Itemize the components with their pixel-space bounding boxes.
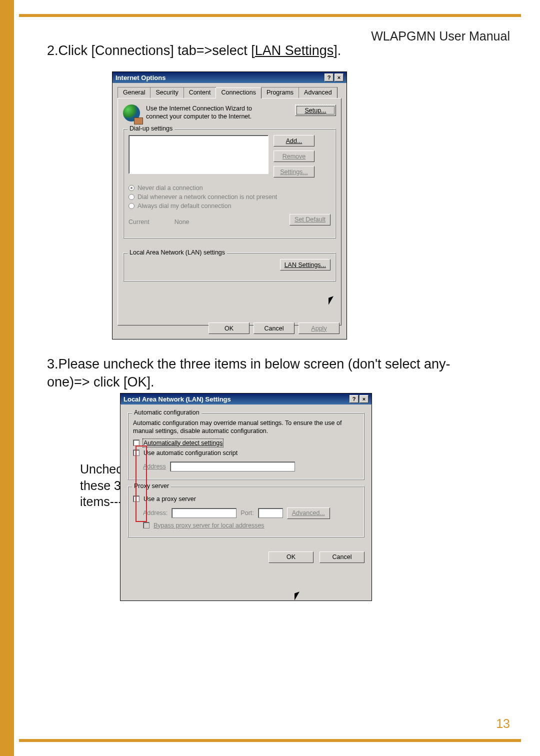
tab-body: Use the Internet Connection Wizard to co… <box>118 98 342 326</box>
dialup-legend: Dial-up settings <box>128 125 174 132</box>
checkbox-auto-script[interactable]: Use automatic configuration script <box>133 450 359 456</box>
dialog-title: Local Area Network (LAN) Settings <box>124 396 231 403</box>
help-icon[interactable]: ? <box>324 74 334 82</box>
radio-never-dial: Never dial a connection <box>128 184 330 192</box>
proxy-port-input <box>258 508 283 518</box>
step-number: 3. <box>47 356 58 372</box>
help-icon[interactable]: ? <box>350 395 358 403</box>
titlebar: Local Area Network (LAN) Settings ? × <box>120 394 372 404</box>
auto-config-desc: Automatic configuration may override man… <box>133 419 359 436</box>
close-icon[interactable]: × <box>334 74 344 82</box>
advanced-button: Advanced... <box>287 508 330 519</box>
current-value: None <box>174 218 190 226</box>
checkbox-use-proxy[interactable]: Use a proxy server <box>133 496 359 502</box>
script-address-input <box>170 462 295 472</box>
ok-button[interactable]: OK <box>208 322 250 334</box>
lan-settings-button[interactable]: LAN Settings... <box>280 259 330 270</box>
tab-strip: General Security Content Connections Pro… <box>118 87 342 98</box>
wizard-text-2: connect your computer to the Internet. <box>146 112 289 120</box>
titlebar: Internet Options ? × <box>112 72 346 83</box>
cursor-icon <box>294 592 302 602</box>
add-button[interactable]: Add... <box>274 135 314 146</box>
red-highlight-box <box>136 446 147 522</box>
page-header: WLAPGMN User Manual <box>371 29 510 44</box>
tab-security[interactable]: Security <box>150 87 184 98</box>
current-label: Current <box>128 218 150 226</box>
lan-legend: Local Area Network (LAN) settings <box>128 249 227 256</box>
tab-advanced[interactable]: Advanced <box>298 87 338 98</box>
settings-button: Settings... <box>274 166 314 178</box>
wizard-text-1: Use the Internet Connection Wizard to <box>146 104 289 112</box>
proxy-address-input <box>172 508 236 518</box>
page-number: 13 <box>496 716 510 731</box>
checkbox-bypass-local: Bypass proxy server for local addresses <box>143 522 359 529</box>
internet-options-dialog: Internet Options ? × General Security Co… <box>112 72 347 340</box>
proxy-port-label: Port: <box>240 510 254 516</box>
dialog-title: Internet Options <box>116 74 166 82</box>
page-top-bar <box>19 14 521 17</box>
ok-button[interactable]: OK <box>268 552 314 563</box>
remove-button: Remove <box>274 150 314 162</box>
page-bottom-bar <box>19 739 521 742</box>
tab-connections[interactable]: Connections <box>216 88 262 98</box>
page-left-bar <box>0 0 14 756</box>
globe-icon <box>123 104 140 122</box>
tab-general[interactable]: General <box>118 87 150 98</box>
instruction-step-2: 2.Click [Connections] tab=>select [LAN S… <box>47 43 341 58</box>
auto-config-legend: Automatic configuration <box>132 409 202 416</box>
setup-button[interactable]: Setup... <box>295 104 336 116</box>
set-default-button: Set Default <box>290 214 330 226</box>
lan-settings-dialog: Local Area Network (LAN) Settings ? × Au… <box>120 393 372 601</box>
tab-programs[interactable]: Programs <box>261 87 299 98</box>
cancel-button[interactable]: Cancel <box>254 322 294 334</box>
checkbox-auto-detect[interactable]: Automatically detect settings <box>133 440 359 446</box>
apply-button: Apply <box>298 322 340 334</box>
step-number: 2. <box>47 43 58 58</box>
close-icon[interactable]: × <box>360 395 368 403</box>
tab-content[interactable]: Content <box>184 87 216 98</box>
radio-dial-when-no-net: Dial whenever a network connection is no… <box>128 194 330 200</box>
cancel-button[interactable]: Cancel <box>320 552 364 563</box>
radio-always-dial: Always dial my default connection <box>128 202 330 210</box>
instruction-step-3: 3.Please uncheck the three items in belo… <box>47 355 457 392</box>
dialup-listbox[interactable] <box>128 135 268 174</box>
